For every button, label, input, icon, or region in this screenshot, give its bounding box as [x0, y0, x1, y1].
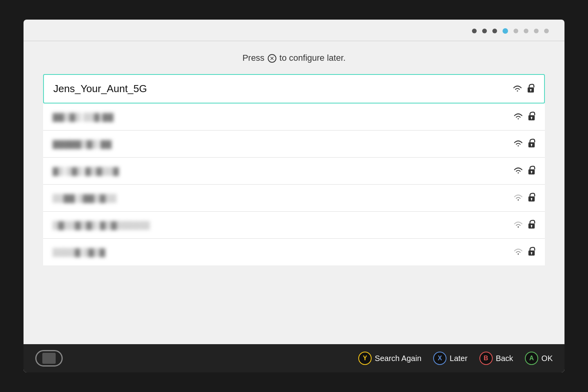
network-name-1: ▓▓▒▓▒ ▒▒▓ ▓▓ [53, 113, 113, 122]
pagination-dot-0 [472, 29, 477, 33]
internet-settings-screen: Press ✕ to configure later. Jens_Your_Au… [24, 20, 564, 372]
svg-point-16 [531, 225, 532, 227]
network-name-4: ▒▒▓▓ ▒▓▓▒▓▒▒ [53, 194, 116, 203]
svg-point-7 [531, 144, 532, 145]
switch-screen [42, 353, 56, 364]
network-item-3[interactable]: ▓▒ ▒▓▒ ▓▒▓▒▒▓ [43, 158, 545, 185]
footer-btn-b[interactable]: BBack [479, 352, 513, 365]
wifi-icon [513, 247, 524, 257]
pagination-dot-5 [524, 29, 528, 33]
footer: YSearch AgainXLaterBBackAOK [24, 344, 564, 372]
switch-device-icon [35, 350, 63, 367]
footer-buttons: YSearch AgainXLaterBBackAOK [358, 352, 553, 365]
network-item-2[interactable]: ▓▓▓▓▓▒▓▒ ▓▓ [43, 131, 545, 158]
wifi-icon [513, 220, 524, 230]
svg-point-10 [531, 171, 532, 172]
btn-x-icon: X [433, 352, 446, 365]
footer-btn-a[interactable]: AOK [525, 352, 553, 365]
pagination-dots [472, 28, 549, 34]
pagination-dot-4 [514, 29, 518, 33]
wifi-icon [513, 112, 524, 122]
network-item-0[interactable]: Jens_Your_Aunt_5G [43, 74, 545, 103]
wifi-icon [512, 84, 523, 94]
lock-icon [528, 192, 535, 203]
lock-icon [528, 111, 535, 122]
svg-point-13 [531, 198, 532, 200]
x-button-symbol: ✕ [268, 54, 276, 63]
wifi-icon [513, 139, 524, 149]
network-name-2: ▓▓▓▓▓▒▓▒ ▓▓ [53, 140, 112, 149]
network-icons-5 [513, 220, 535, 230]
network-name-5: ▒▓▒▒▓▒▓▒ ▓▒▓▒▒▒▒▒▒ [53, 221, 150, 230]
network-item-1[interactable]: ▓▓▒▓▒ ▒▒▓ ▓▓ [43, 103, 545, 131]
pagination-dot-2 [492, 29, 497, 33]
lock-icon [527, 83, 535, 94]
network-name-3: ▓▒ ▒▓▒ ▓▒▓▒▒▓ [53, 167, 119, 176]
network-name-0: Jens_Your_Aunt_5G [53, 83, 147, 95]
network-name-6: ▒▒▒▒▓ ▒▓▒▓ [53, 248, 105, 257]
lock-icon [528, 247, 535, 258]
network-icons-4 [513, 192, 535, 203]
network-icons-0 [512, 83, 535, 94]
wifi-icon [513, 166, 524, 176]
btn-y-icon: Y [358, 352, 372, 365]
footer-btn-y[interactable]: YSearch Again [358, 352, 421, 365]
switch-console-icon [35, 350, 63, 367]
wifi-icon [513, 193, 524, 203]
network-icons-1 [513, 111, 535, 122]
main-content: Press ✕ to configure later. Jens_Your_Au… [24, 41, 564, 344]
lock-icon [528, 138, 535, 149]
lock-icon [528, 220, 535, 230]
lock-icon [528, 165, 535, 176]
btn-b-icon: B [479, 352, 493, 365]
network-item-4[interactable]: ▒▒▓▓ ▒▓▓▒▓▒▒ [43, 185, 545, 212]
network-icons-2 [513, 138, 535, 149]
network-icons-6 [513, 247, 535, 258]
btn-y-label: Search Again [375, 354, 421, 363]
pagination-dot-7 [544, 29, 549, 33]
pagination-dot-3 [503, 28, 508, 34]
network-list: Jens_Your_Aunt_5G ▓▓▒▓▒ ▒▒▓ ▓▓ ▓▓▓▓▓▒▓▒ … [43, 74, 545, 265]
network-item-6[interactable]: ▒▒▒▒▓ ▒▓▒▓ [43, 239, 545, 265]
svg-point-1 [530, 89, 532, 91]
btn-x-label: Later [450, 354, 468, 363]
svg-point-4 [531, 117, 532, 118]
pagination-dot-1 [482, 29, 487, 33]
network-icons-3 [513, 165, 535, 176]
instruction-text: Press ✕ to configure later. [43, 53, 545, 63]
svg-point-19 [531, 252, 532, 254]
network-item-5[interactable]: ▒▓▒▒▓▒▓▒ ▓▒▓▒▒▒▒▒▒ [43, 212, 545, 239]
pagination-dot-6 [534, 29, 539, 33]
btn-a-label: OK [541, 354, 553, 363]
header [24, 20, 564, 41]
footer-btn-x[interactable]: XLater [433, 352, 468, 365]
btn-a-icon: A [525, 352, 538, 365]
btn-b-label: Back [496, 354, 513, 363]
